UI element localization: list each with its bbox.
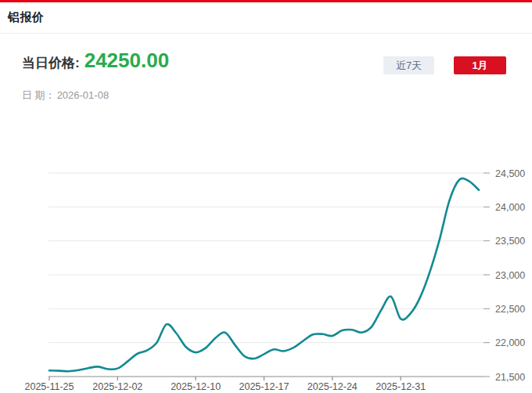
svg-text:2025-11-25: 2025-11-25 — [24, 381, 74, 392]
range-button-7days[interactable]: 近7天 — [383, 56, 434, 74]
y-axis-labels: 21,50022,00022,50023,00023,50024,00024,5… — [483, 168, 525, 383]
range-button-1month[interactable]: 1月 — [454, 56, 506, 74]
quote-date-row: 日 期：2026-01-08 — [22, 88, 109, 103]
price-chart-canvas[interactable]: 21,50022,00022,50023,00023,50024,00024,5… — [0, 153, 532, 393]
aluminum-quote-page: 铝报价 当日价格: 24250.00 近7天 1月 日 期：2026-01-08… — [0, 0, 532, 393]
y-gridlines — [49, 173, 483, 343]
top-accent-bar — [0, 0, 532, 2]
svg-text:24,000: 24,000 — [495, 202, 525, 213]
svg-text:22,000: 22,000 — [495, 337, 525, 348]
x-axis: 2025-11-252025-12-022025-12-102025-12-17… — [24, 377, 483, 392]
current-price-label: 当日价格: — [22, 54, 80, 72]
svg-text:2025-12-24: 2025-12-24 — [307, 381, 358, 392]
svg-text:2025-12-02: 2025-12-02 — [92, 381, 142, 392]
quote-date-value: 2026-01-08 — [57, 89, 110, 101]
quote-date-label: 日 期： — [22, 89, 56, 101]
svg-text:24,500: 24,500 — [495, 168, 525, 179]
svg-text:2025-12-17: 2025-12-17 — [239, 381, 289, 392]
title-divider — [0, 33, 532, 34]
svg-text:21,500: 21,500 — [495, 372, 525, 383]
current-price-value: 24250.00 — [84, 49, 169, 73]
svg-text:23,000: 23,000 — [495, 270, 525, 281]
svg-text:2025-12-10: 2025-12-10 — [171, 381, 221, 392]
price-chart[interactable]: 21,50022,00022,50023,00023,50024,00024,5… — [0, 153, 532, 393]
page-title: 铝报价 — [8, 10, 45, 25]
current-price-row: 当日价格: 24250.00 — [22, 49, 169, 73]
svg-text:22,500: 22,500 — [495, 304, 525, 315]
svg-text:23,500: 23,500 — [495, 236, 525, 247]
svg-text:2025-12-31: 2025-12-31 — [376, 381, 426, 392]
